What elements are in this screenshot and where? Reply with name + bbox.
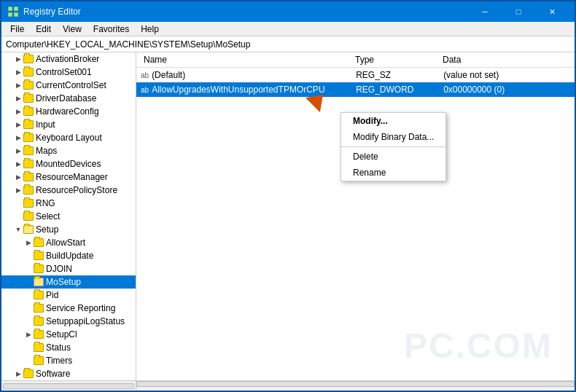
tree-item-mosetup[interactable]: ▶ MoSetup — [1, 275, 136, 289]
folder-icon — [23, 55, 34, 63]
folder-icon — [23, 186, 34, 195]
expand-icon[interactable]: ▶ — [13, 119, 23, 130]
registry-row-default[interactable]: ab (Default) REG_SZ (value not set) — [136, 68, 575, 82]
svg-rect-1 — [14, 7, 18, 11]
tree-item-pid[interactable]: ▶ Pid — [1, 289, 136, 302]
expand-icon[interactable]: ▶ — [13, 159, 23, 169]
maximize-button[interactable]: □ — [502, 1, 535, 22]
menu-file[interactable]: File — [4, 23, 30, 36]
expand-icon[interactable]: ▶ — [23, 238, 34, 248]
h-scrollbar-left[interactable] — [3, 383, 134, 389]
tree-pane[interactable]: ▶ ActivationBroker ▶ ControlSet001 ▶ Cur… — [1, 52, 136, 380]
folder-icon — [23, 133, 34, 142]
folder-icon — [34, 330, 44, 339]
tree-label: SetuppapiLogStatus — [46, 316, 125, 326]
tree-label: Input — [36, 119, 55, 130]
tree-item-hardwareconfig[interactable]: ▶ HardwareConfig — [1, 105, 136, 118]
tree-item-setup[interactable]: ▼ Setup — [1, 223, 136, 236]
tree-item-servicereporting[interactable]: ▶ Service Reporting — [1, 302, 136, 315]
expand-icon[interactable]: ▶ — [13, 185, 23, 195]
folder-icon — [23, 160, 34, 168]
expand-icon[interactable]: ▼ — [13, 224, 23, 235]
reg-type-icon: ab — [141, 86, 149, 94]
right-scrollbar[interactable] — [136, 381, 575, 391]
left-scrollbar[interactable] — [1, 381, 136, 391]
tree-label: AllowStart — [46, 238, 85, 248]
tree-item-keyboardlayout[interactable]: ▶ Keyboard Layout — [1, 131, 136, 144]
tree-item-allowstart[interactable]: ▶ AllowStart — [1, 236, 136, 249]
svg-rect-2 — [8, 12, 12, 17]
tree-item-resourcemanager[interactable]: ▶ ResourceManager — [1, 170, 136, 184]
reg-type-icon: ab — [141, 71, 149, 79]
expand-icon[interactable]: ▶ — [13, 369, 23, 379]
minimize-button[interactable]: ─ — [468, 1, 502, 22]
menu-edit[interactable]: Edit — [30, 23, 57, 36]
ctx-menu-delete[interactable]: Delete — [341, 149, 445, 165]
expand-icon[interactable]: ▶ — [13, 93, 23, 103]
app-icon — [7, 6, 19, 17]
tree-label: MountedDevices — [36, 159, 101, 169]
title-bar-left: Registry Editor — [7, 6, 81, 17]
bottom-area — [1, 380, 575, 391]
tree-item-select[interactable]: ▶ Select — [1, 210, 136, 223]
tree-label: CurrentControlSet — [36, 80, 106, 90]
registry-pane: Name Type Data ab (Default) REG_SZ (valu… — [136, 52, 575, 380]
main-content: PC.COM ▶ ActivationBroker ▶ ControlSet00… — [1, 52, 575, 380]
expand-icon[interactable]: ▶ — [13, 146, 23, 156]
tree-item-status[interactable]: ▶ Status — [1, 341, 136, 354]
folder-icon — [23, 81, 34, 90]
title-bar-controls: ─ □ ✕ — [468, 1, 569, 22]
tree-item-input[interactable]: ▶ Input — [1, 118, 136, 131]
menu-favorites[interactable]: Favorites — [87, 23, 135, 36]
reg-type: REG_SZ — [356, 70, 443, 80]
tree-item-resourcepolicystore[interactable]: ▶ ResourcePolicyStore — [1, 184, 136, 197]
tree-item-currentcontrolset[interactable]: ▶ CurrentControlSet — [1, 79, 136, 92]
tree-item-buildupdate[interactable]: ▶ BuildUpdate — [1, 249, 136, 262]
tree-item-setupcl[interactable]: ▶ SetupCl — [1, 328, 136, 341]
tree-label: Maps — [36, 146, 57, 156]
expand-icon[interactable]: ▶ — [13, 106, 23, 117]
folder-icon — [23, 146, 34, 155]
column-headers: Name Type Data — [136, 52, 575, 68]
folder-icon — [34, 317, 44, 326]
tree-label: Keyboard Layout — [36, 133, 102, 143]
expand-icon[interactable]: ▶ — [13, 172, 23, 182]
tree-label: BuildUpdate — [46, 251, 93, 261]
h-scrollbar-right[interactable] — [136, 381, 575, 387]
tree-label: ActivationBroker — [36, 54, 99, 64]
ctx-menu-modify-binary[interactable]: Modify Binary Data... — [341, 129, 445, 145]
tree-label: MoSetup — [46, 277, 81, 287]
tree-label: Service Reporting — [46, 303, 115, 313]
tree-item-software[interactable]: ▶ Software — [1, 367, 136, 380]
address-bar: Computer\HKEY_LOCAL_MACHINE\SYSTEM\Setup… — [1, 36, 575, 52]
tree-item-timers[interactable]: ▶ Timers — [1, 354, 136, 367]
ctx-menu-modify[interactable]: Modify... — [341, 113, 445, 129]
registry-row-allowupgrades[interactable]: ab AllowUpgradesWithUnsupportedTPMOrCPU … — [136, 82, 575, 97]
tree-item-driverdatabase[interactable]: ▶ DriverDatabase — [1, 92, 136, 105]
expand-icon[interactable]: ▶ — [13, 133, 23, 143]
context-menu: Modify... Modify Binary Data... Delete R… — [340, 112, 446, 181]
ctx-menu-rename[interactable]: Rename — [341, 165, 445, 181]
expand-icon[interactable]: ▶ — [13, 54, 23, 64]
expand-icon[interactable]: ▶ — [23, 329, 34, 340]
menu-help[interactable]: Help — [135, 23, 165, 36]
tree-item-mounteddevices[interactable]: ▶ MountedDevices — [1, 157, 136, 170]
tree-label: DriverDatabase — [36, 93, 96, 103]
expand-icon[interactable]: ▶ — [13, 67, 23, 77]
folder-icon — [23, 212, 34, 221]
tree-item-setuppapilogstatus[interactable]: ▶ SetuppapiLogStatus — [1, 315, 136, 328]
tree-label: Pid — [46, 290, 58, 300]
tree-item-maps[interactable]: ▶ Maps — [1, 144, 136, 157]
tree-label: RNG — [36, 198, 55, 208]
tree-item-djoin[interactable]: ▶ DJOIN — [1, 262, 136, 275]
expand-icon[interactable]: ▶ — [13, 80, 23, 90]
tree-item-activationbroker[interactable]: ▶ ActivationBroker — [1, 52, 136, 66]
close-button[interactable]: ✕ — [535, 1, 569, 22]
folder-icon — [34, 238, 44, 247]
menu-view[interactable]: View — [57, 23, 87, 36]
tree-item-controlset001[interactable]: ▶ ControlSet001 — [1, 66, 136, 79]
folder-icon — [23, 369, 34, 378]
col-header-data: Data — [440, 54, 570, 66]
tree-item-rng[interactable]: ▶ RNG — [1, 197, 136, 210]
col-header-type: Type — [352, 54, 440, 66]
